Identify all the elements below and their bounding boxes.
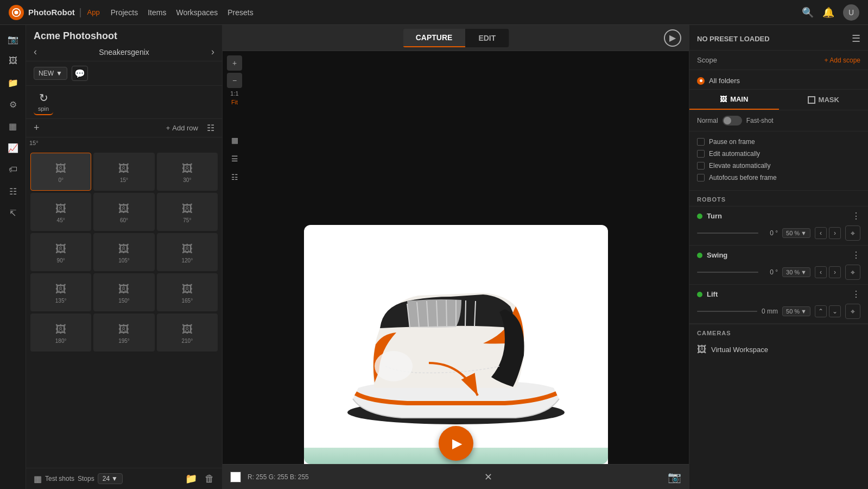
nav-projects[interactable]: Projects bbox=[111, 8, 138, 17]
robot-lift-target[interactable]: ⌖ bbox=[845, 304, 860, 319]
grid-cell-90deg[interactable]: 🖼 90° bbox=[30, 233, 91, 271]
fit-label[interactable]: Fit bbox=[227, 99, 242, 105]
robot-turn-next[interactable]: › bbox=[829, 227, 841, 239]
svg-point-1 bbox=[14, 10, 18, 14]
iconbar-settings[interactable]: ⚙ bbox=[3, 95, 23, 114]
strip-tool-btn[interactable]: ☰ bbox=[227, 151, 242, 166]
crop-tool-btn[interactable]: ▦ bbox=[227, 133, 242, 148]
virtual-workspace-label[interactable]: Virtual Workspace bbox=[711, 346, 768, 354]
avatar[interactable]: U bbox=[843, 4, 859, 21]
sidebar: Acme Photoshoot ‹ Sneakersgenix › NEW ▼ … bbox=[26, 25, 223, 489]
nav-presets[interactable]: Presets bbox=[227, 8, 253, 17]
add-row-btn[interactable]: + Add row bbox=[166, 124, 198, 132]
robot-swing-target[interactable]: ⌖ bbox=[845, 265, 860, 280]
scope-all-folders-label: All folders bbox=[709, 77, 740, 85]
robot-swing-menu[interactable]: ⋮ bbox=[852, 250, 860, 260]
robot-turn-target[interactable]: ⌖ bbox=[845, 225, 860, 241]
filter-icon[interactable]: ☷ bbox=[207, 123, 214, 133]
grid-cell-195deg[interactable]: 🖼 195° bbox=[93, 314, 154, 352]
new-btn[interactable]: NEW ▼ bbox=[34, 67, 67, 80]
rp-menu-btn[interactable]: ☰ bbox=[852, 33, 860, 45]
bell-icon[interactable]: 🔔 bbox=[822, 7, 834, 18]
robot-lift-slider[interactable] bbox=[697, 311, 757, 312]
tab-edit[interactable]: EDIT bbox=[465, 29, 509, 47]
tab-main[interactable]: 🖼 MAIN bbox=[689, 90, 779, 110]
add-row-label: Add row bbox=[172, 124, 198, 132]
checkbox-elevate-label: Elevate automatically bbox=[709, 162, 770, 170]
grid-cell-45deg[interactable]: 🖼 45° bbox=[30, 193, 91, 231]
folder-icon-btn[interactable]: 📁 bbox=[185, 473, 197, 485]
grid-cell-105deg[interactable]: 🖼 105° bbox=[93, 233, 154, 271]
robot-swing-prev[interactable]: ‹ bbox=[815, 266, 827, 278]
grid-cell-30deg[interactable]: 🖼 30° bbox=[157, 153, 218, 191]
toggle-fastshot-label: Fast-shot bbox=[746, 117, 774, 124]
capture-button[interactable]: ▶ bbox=[439, 426, 473, 461]
grid-cell-135deg[interactable]: 🖼 135° bbox=[30, 273, 91, 311]
checkbox-pause-input[interactable] bbox=[697, 138, 705, 146]
comment-btn[interactable]: 💬 bbox=[72, 66, 88, 81]
checkbox-autofocus-input[interactable] bbox=[697, 174, 705, 181]
sidebar-bottom: ▦ Test shots Stops 24 ▼ 📁 🗑 bbox=[26, 468, 222, 489]
grid-cell-165deg[interactable]: 🖼 165° bbox=[157, 273, 218, 311]
checkbox-elevate-input[interactable] bbox=[697, 162, 705, 170]
robot-lift-value: 0 mm bbox=[762, 308, 778, 315]
robot-lift-menu[interactable]: ⋮ bbox=[852, 289, 860, 299]
iconbar-image[interactable]: 🖼 bbox=[3, 51, 23, 71]
iconbar-tag[interactable]: 🏷 bbox=[3, 160, 23, 179]
session-prev-btn[interactable]: ‹ bbox=[34, 46, 37, 58]
checkbox-edit-auto-label: Edit automatically bbox=[709, 150, 760, 158]
grid-cell-15deg[interactable]: 🖼 15° bbox=[93, 153, 154, 191]
grid-cell-210deg[interactable]: 🖼 210° bbox=[157, 314, 218, 352]
grid-cell-180deg[interactable]: 🖼 180° bbox=[30, 314, 91, 352]
icon-bar: 📷 🖼 📁 ⚙ ▦ 📈 🏷 ☷ ↸ bbox=[0, 25, 26, 489]
scope-all-folders[interactable]: All folders bbox=[697, 74, 860, 87]
camera-btn[interactable]: 📷 bbox=[668, 471, 681, 484]
robot-swing-slider[interactable] bbox=[697, 272, 758, 273]
sidebar-row-header: + + Add row ☷ bbox=[26, 119, 222, 137]
tab-mask[interactable]: MASK bbox=[779, 90, 869, 110]
robot-turn-pct-btn[interactable]: 50 % ▼ bbox=[782, 228, 810, 238]
grid-tool-btn[interactable]: ☷ bbox=[227, 170, 242, 185]
stops-value-btn[interactable]: 24 ▼ bbox=[98, 473, 123, 484]
grid-cell-120deg[interactable]: 🖼 120° bbox=[157, 233, 218, 271]
robot-turn-prev[interactable]: ‹ bbox=[815, 227, 827, 239]
robot-turn-slider[interactable] bbox=[697, 233, 758, 234]
nav-items[interactable]: Items bbox=[148, 8, 166, 17]
grid-cell-0deg[interactable]: 🖼 0° bbox=[30, 153, 91, 191]
robot-lift-pct-btn[interactable]: 50 % ▼ bbox=[782, 306, 810, 316]
zoom-out-btn[interactable]: − bbox=[227, 73, 242, 88]
grid-cell-60deg[interactable]: 🖼 60° bbox=[93, 193, 154, 231]
robot-lift-down[interactable]: ⌄ bbox=[829, 305, 841, 317]
robot-turn-status bbox=[697, 214, 702, 219]
nav-workspaces[interactable]: Workspaces bbox=[176, 8, 218, 17]
checkbox-edit-auto-input[interactable] bbox=[697, 150, 705, 158]
new-btn-label: NEW bbox=[39, 70, 54, 77]
close-pixel-btn[interactable]: ✕ bbox=[484, 471, 492, 483]
robot-swing-pct-btn[interactable]: 30 % ▼ bbox=[782, 267, 810, 277]
grid-cell-75deg[interactable]: 🖼 75° bbox=[157, 193, 218, 231]
play-all-btn[interactable]: ▶ bbox=[664, 29, 681, 47]
robots-header: ROBOTS bbox=[689, 191, 868, 206]
iconbar-folder[interactable]: 📁 bbox=[3, 73, 23, 92]
iconbar-chart[interactable]: 📈 bbox=[3, 138, 23, 158]
tab-capture[interactable]: CAPTURE bbox=[403, 29, 466, 47]
robot-swing-next[interactable]: › bbox=[829, 266, 841, 278]
cell-image-icon: 🖼 bbox=[118, 283, 129, 296]
iconbar-layers[interactable]: ▦ bbox=[3, 116, 23, 136]
iconbar-camera[interactable]: 📷 bbox=[3, 29, 23, 49]
toggle-thumb bbox=[724, 117, 731, 124]
robot-lift-up[interactable]: ⌃ bbox=[815, 305, 827, 317]
toggle-switch[interactable] bbox=[723, 116, 742, 126]
zoom-in-btn[interactable]: + bbox=[227, 55, 242, 71]
delete-icon-btn[interactable]: 🗑 bbox=[205, 473, 214, 485]
robot-turn-menu[interactable]: ⋮ bbox=[852, 211, 860, 221]
session-next-btn[interactable]: › bbox=[211, 46, 214, 58]
grid-cell-150deg[interactable]: 🖼 150° bbox=[93, 273, 154, 311]
add-scope-btn[interactable]: + Add scope bbox=[825, 57, 860, 64]
iconbar-grid[interactable]: ☷ bbox=[3, 181, 23, 201]
search-icon[interactable]: 🔍 bbox=[802, 7, 814, 18]
robot-lift-pct-chevron: ▼ bbox=[801, 308, 807, 315]
iconbar-share[interactable]: ↸ bbox=[3, 203, 23, 223]
spin-btn[interactable]: ↻ spin bbox=[34, 89, 53, 115]
robot-lift: Lift ⋮ 0 mm 50 % ▼ ⌃ ⌄ ⌖ bbox=[689, 285, 868, 324]
